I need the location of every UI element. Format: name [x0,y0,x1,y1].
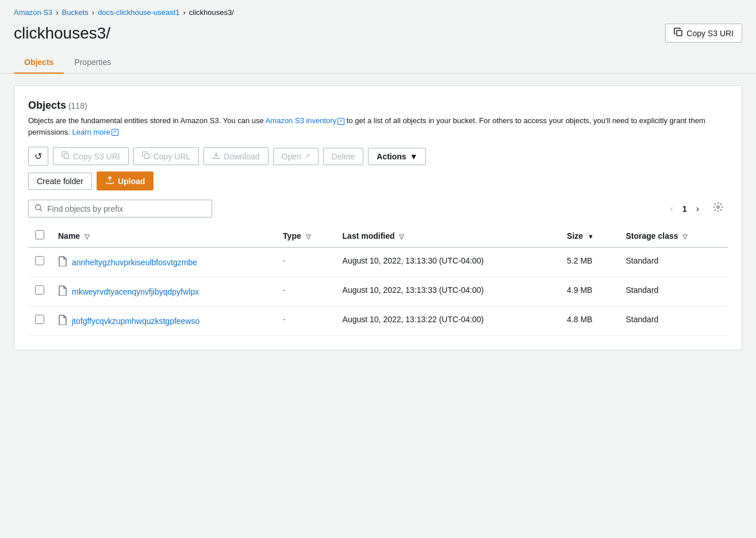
row-type-1: - [276,277,335,307]
refresh-icon: ↺ [34,151,42,162]
learn-more-link[interactable]: Learn more [72,128,110,136]
open-ext-icon: ↗ [305,152,310,160]
section-description: Objects are the fundamental entities sto… [28,115,728,138]
create-folder-button[interactable]: Create folder [28,173,92,190]
breadcrumb-sep-3: › [183,8,186,17]
section-count: (118) [68,101,87,110]
row-name-0: annheltygzhuvprkiseulbfosvtgzmbe [51,247,276,277]
search-icon [34,204,43,213]
search-input[interactable] [47,204,206,213]
table-row: jtofgffycqvkzupmhwquzkstgpfeewso - Augus… [28,307,728,336]
row-last-modified-0: August 10, 2022, 13:13:30 (UTC-04:00) [336,247,561,277]
section-header: Objects (118) Objects are the fundamenta… [28,100,728,138]
toolbar-row-2: Create folder Upload [28,171,728,190]
row-type-0: - [276,247,335,277]
objects-table: Name ▽ Type ▽ Last modified ▽ Size ▼ Sto… [28,224,728,336]
refresh-button[interactable]: ↺ [28,147,48,166]
file-icon-0 [58,256,67,269]
table-settings-button[interactable] [708,200,728,218]
name-sort-icon: ▽ [85,233,89,241]
breadcrumb-amazon-s3[interactable]: Amazon S3 [14,8,52,17]
svg-rect-0 [677,30,682,36]
tabs: Objects Properties [0,52,756,74]
row-storage-class-0: Standard [619,247,728,277]
copy-icon-top [674,28,683,39]
row-checkbox-cell [28,247,51,277]
breadcrumb-current: clickhouses3/ [189,8,234,17]
select-all-header [28,224,51,247]
copy-s3-uri-label: Copy S3 URI [73,152,120,161]
copy-url-icon [142,151,150,161]
download-icon [212,151,220,161]
open-label: Open [282,152,301,161]
row-checkbox-cell [28,307,51,336]
row-checkbox-cell [28,277,51,307]
filter-row: ‹ 1 › [28,200,728,218]
main-content: Objects (118) Objects are the fundamenta… [14,85,742,350]
upload-button[interactable]: Upload [97,171,153,190]
row-storage-class-1: Standard [619,277,728,307]
row-size-2: 4.8 MB [560,307,619,336]
row-size-1: 4.9 MB [560,277,619,307]
search-box[interactable] [28,200,212,218]
select-all-checkbox[interactable] [35,230,44,239]
breadcrumb-buckets[interactable]: Buckets [62,8,89,17]
copy-url-button[interactable]: Copy URL [133,147,199,165]
svg-point-4 [717,206,719,208]
row-checkbox-2[interactable] [35,315,44,324]
pagination-next-button[interactable]: › [692,201,704,216]
download-button[interactable]: Download [204,147,268,165]
delete-button[interactable]: Delete [323,148,363,165]
upload-icon [105,175,114,186]
page-header: clickhouses3/ Copy S3 URI [0,21,756,52]
pagination-page-number: 1 [682,204,687,213]
table-row: annheltygzhuvprkiseulbfosvtgzmbe - Augus… [28,247,728,277]
delete-label: Delete [332,152,355,161]
open-button[interactable]: Open ↗ [273,148,318,165]
row-name-1: mkweyrvdtyacenqynvfjibyqdpyfwlpx [51,277,276,307]
file-icon-2 [58,315,67,327]
tab-objects[interactable]: Objects [14,52,64,74]
breadcrumb-sep-2: › [92,8,94,17]
copy-s3-uri-icon [62,151,70,161]
row-type-2: - [276,307,335,336]
row-link-1[interactable]: mkweyrvdtyacenqynvfjibyqdpyfwlpx [72,287,199,296]
row-link-0[interactable]: annheltygzhuvprkiseulbfosvtgzmbe [72,258,197,267]
section-title: Objects [28,100,66,111]
table-row: mkweyrvdtyacenqynvfjibyqdpyfwlpx - Augus… [28,277,728,307]
page-title: clickhouses3/ [14,24,110,43]
section-title-row: Objects (118) [28,100,728,112]
tab-properties[interactable]: Properties [64,52,121,74]
type-sort-icon: ▽ [306,233,310,241]
col-header-storage-class[interactable]: Storage class ▽ [619,224,728,247]
breadcrumb-bucket-name[interactable]: docs-clickhouse-useast1 [98,8,179,17]
file-icon-1 [58,285,67,298]
actions-button[interactable]: Actions ▼ [368,148,426,165]
svg-rect-1 [64,154,68,158]
toolbar-row-1: ↺ Copy S3 URI Copy URL [28,147,728,166]
svg-rect-2 [144,154,149,158]
download-label: Download [224,152,259,161]
pagination-prev-button[interactable]: ‹ [666,201,678,216]
s3-inventory-link[interactable]: Amazon S3 inventory [266,116,337,125]
row-link-2[interactable]: jtofgffycqvkzupmhwquzkstgpfeewso [72,316,199,326]
s3-inventory-ext-icon [337,118,344,125]
copy-s3-uri-button[interactable]: Copy S3 URI [53,147,129,165]
pagination: ‹ 1 › [666,200,728,218]
row-checkbox-0[interactable] [35,256,44,265]
create-folder-label: Create folder [37,177,83,186]
last-modified-sort-icon: ▽ [399,233,404,241]
storage-class-sort-icon: ▽ [682,233,687,241]
col-header-name[interactable]: Name ▽ [51,224,276,247]
row-checkbox-1[interactable] [35,285,44,295]
upload-label: Upload [118,177,145,186]
copy-url-label: Copy URL [153,152,191,161]
col-header-size[interactable]: Size ▼ [560,224,619,247]
col-header-type[interactable]: Type ▽ [276,224,335,247]
breadcrumb: Amazon S3 › Buckets › docs-clickhouse-us… [0,0,756,21]
size-sort-icon: ▼ [588,233,594,240]
copy-s3-uri-top-button[interactable]: Copy S3 URI [665,24,742,43]
actions-chevron-icon: ▼ [410,152,418,161]
col-header-last-modified[interactable]: Last modified ▽ [336,224,561,247]
breadcrumb-sep-1: › [56,8,58,17]
